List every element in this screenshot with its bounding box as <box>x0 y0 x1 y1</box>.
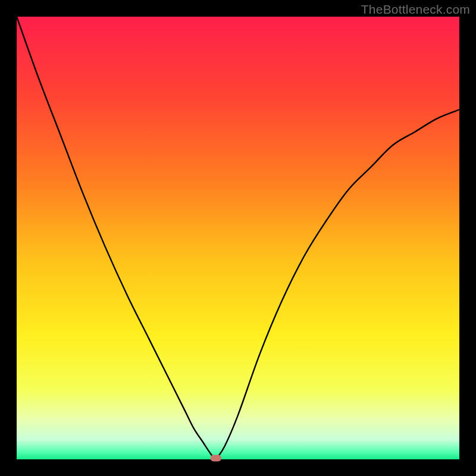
chart-frame: TheBottleneck.com <box>0 0 476 476</box>
watermark-text: TheBottleneck.com <box>361 2 470 17</box>
plot-background <box>17 17 459 459</box>
min-marker <box>211 455 221 462</box>
bottleneck-chart <box>0 0 476 476</box>
